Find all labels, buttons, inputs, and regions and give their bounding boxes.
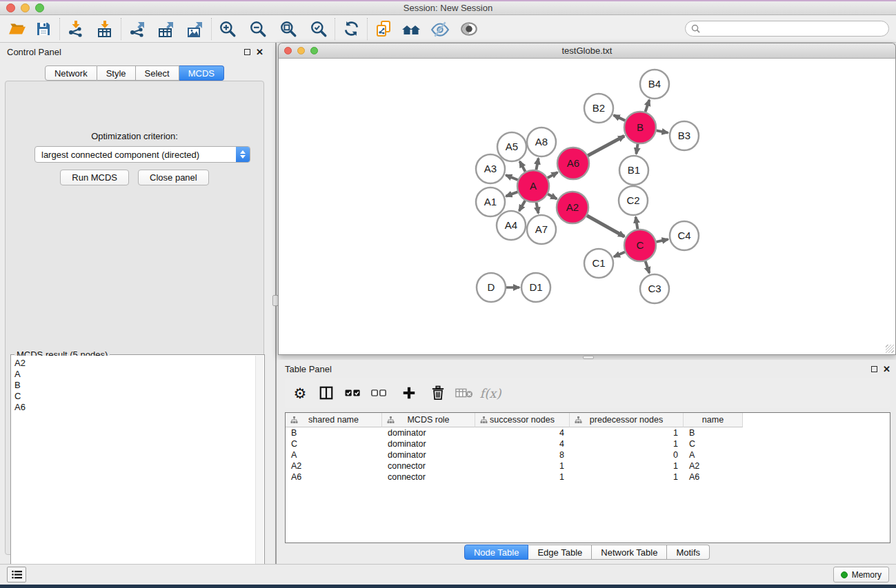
optimization-dropdown[interactable]: largest connected component (directed): [34, 146, 250, 163]
node-B2[interactable]: B2: [584, 94, 613, 123]
network-view[interactable]: B4B2BB3A8A5A6A3B1AC2A1A2A4A7C4CC1DD1C3: [278, 59, 896, 355]
result-item[interactable]: B: [12, 380, 255, 391]
tab-mcds[interactable]: MCDS: [179, 65, 224, 81]
import-table-button[interactable]: [94, 18, 115, 40]
edge-B-B3[interactable]: [657, 130, 668, 132]
open-session-button[interactable]: [7, 18, 28, 40]
column-header-name[interactable]: name: [684, 413, 743, 427]
close-panel-icon[interactable]: ✕: [256, 48, 263, 57]
table-row[interactable]: A2connector11A2: [286, 460, 890, 472]
node-C2[interactable]: C2: [619, 186, 648, 215]
delete-column-button[interactable]: [427, 381, 449, 405]
resize-grip-icon[interactable]: [886, 345, 894, 353]
edge-A-A8[interactable]: [536, 159, 538, 170]
close-panel-icon[interactable]: ✕: [883, 365, 890, 374]
edge-B-B2[interactable]: [614, 115, 626, 121]
tab-node-table[interactable]: Node Table: [464, 545, 529, 560]
node-C[interactable]: C: [624, 230, 656, 261]
home-button[interactable]: [401, 18, 421, 40]
node-B3[interactable]: B3: [670, 121, 699, 150]
table-row[interactable]: Bdominator41B: [286, 427, 890, 438]
result-item[interactable]: C: [12, 391, 255, 402]
run-mcds-button[interactable]: Run MCDS: [60, 170, 129, 185]
node-A5[interactable]: A5: [497, 132, 526, 161]
result-scrollbar-track[interactable]: [255, 356, 263, 587]
import-network-button[interactable]: [66, 18, 86, 40]
tab-edge-table[interactable]: Edge Table: [528, 545, 592, 560]
node-C1[interactable]: C1: [584, 249, 613, 278]
column-header-successor-nodes[interactable]: successor nodes: [475, 413, 570, 427]
node-A1[interactable]: A1: [476, 187, 505, 216]
deselect-all-button[interactable]: [368, 381, 390, 405]
edge-C-C3[interactable]: [646, 261, 650, 273]
splitter-grip[interactable]: [583, 356, 594, 359]
node-A8[interactable]: A8: [527, 128, 556, 156]
function-builder-button[interactable]: f(x): [479, 381, 501, 405]
edge-A-A3[interactable]: [506, 175, 517, 180]
edge-C-C2[interactable]: [636, 217, 638, 230]
edge-C-C4[interactable]: [656, 239, 668, 242]
edge-C-C1[interactable]: [614, 252, 625, 257]
edge-A2-C[interactable]: [587, 216, 624, 237]
result-item[interactable]: A2: [12, 358, 255, 369]
edge-B-B4[interactable]: [646, 100, 650, 112]
edge-A-A6[interactable]: [548, 172, 558, 178]
node-A3[interactable]: A3: [476, 154, 505, 183]
memory-button[interactable]: Memory: [833, 567, 889, 582]
node-D[interactable]: D: [477, 273, 506, 302]
node-A2[interactable]: A2: [557, 192, 588, 223]
float-panel-icon[interactable]: [244, 49, 250, 55]
tab-network-table[interactable]: Network Table: [592, 545, 667, 560]
result-item[interactable]: A6: [12, 402, 255, 413]
table-row[interactable]: Adominator80A: [286, 449, 890, 460]
tab-network[interactable]: Network: [45, 65, 97, 81]
column-header-MCDS-role[interactable]: MCDS role: [382, 413, 475, 427]
column-header-predecessor-nodes[interactable]: predecessor nodes: [570, 413, 684, 427]
save-session-button[interactable]: [33, 18, 54, 40]
edge-A-A4[interactable]: [519, 201, 526, 211]
edge-A-A2[interactable]: [548, 194, 557, 199]
edge-B-B1[interactable]: [636, 144, 637, 154]
table-settings-button[interactable]: ⚙: [289, 381, 311, 405]
node-B[interactable]: B: [624, 112, 656, 143]
node-A4[interactable]: A4: [497, 211, 526, 240]
delete-table-button[interactable]: [453, 381, 475, 405]
panel-splitter[interactable]: [269, 43, 278, 564]
task-history-button[interactable]: [7, 567, 26, 582]
export-image-button[interactable]: [185, 18, 206, 40]
node-B4[interactable]: B4: [640, 70, 669, 99]
table-row[interactable]: Cdominator41C: [286, 438, 890, 449]
tab-style[interactable]: Style: [97, 65, 136, 81]
show-columns-button[interactable]: [315, 381, 337, 405]
show-graphics-button[interactable]: [459, 18, 479, 40]
edge-A-A5[interactable]: [520, 161, 526, 172]
node-D1[interactable]: D1: [521, 273, 550, 302]
search-field[interactable]: [685, 21, 889, 37]
node-C3[interactable]: C3: [640, 274, 669, 303]
float-panel-icon[interactable]: [871, 366, 877, 372]
hide-graphics-button[interactable]: [430, 18, 450, 40]
zoom-in-button[interactable]: [217, 18, 238, 40]
export-table-button[interactable]: [156, 18, 177, 40]
select-all-button[interactable]: [341, 381, 364, 405]
node-B1[interactable]: B1: [619, 156, 648, 185]
table-row[interactable]: A6connector11A6: [286, 472, 890, 483]
create-column-button[interactable]: [398, 381, 420, 405]
result-item[interactable]: A: [12, 369, 255, 380]
edge-A-A1[interactable]: [506, 192, 518, 196]
close-panel-button[interactable]: Close panel: [138, 170, 209, 185]
node-C4[interactable]: C4: [670, 221, 699, 250]
node-A[interactable]: A: [517, 170, 549, 202]
tab-select[interactable]: Select: [136, 65, 179, 81]
zoom-selected-button[interactable]: [308, 18, 329, 40]
edge-A-A7[interactable]: [537, 203, 539, 214]
tab-motifs[interactable]: Motifs: [667, 545, 710, 560]
column-header-shared-name[interactable]: shared name: [286, 413, 382, 427]
edge-A6-B[interactable]: [588, 136, 624, 155]
search-input[interactable]: [704, 23, 883, 34]
node-A7[interactable]: A7: [527, 215, 556, 244]
apply-layout-button[interactable]: [341, 18, 361, 40]
export-network-button[interactable]: [127, 18, 148, 40]
zoom-fit-button[interactable]: [278, 18, 299, 40]
node-A6[interactable]: A6: [557, 148, 589, 179]
